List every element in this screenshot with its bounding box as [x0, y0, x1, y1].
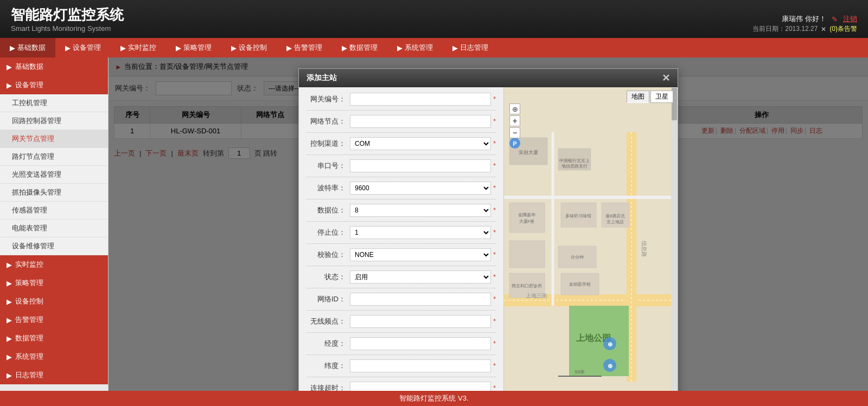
map-tab-satellite[interactable]: 卫星 — [650, 91, 673, 103]
label-data-bits: 数据位： — [307, 205, 350, 215]
svg-rect-14 — [509, 203, 545, 233]
nav-item-strategy[interactable]: ▶ 策略管理 — [166, 38, 221, 57]
current-date: 当前日期：2013.12.27 — [752, 24, 818, 34]
select-data-bits[interactable]: 8 7 6 — [350, 204, 491, 217]
select-status[interactable]: 启用 停用 — [350, 270, 491, 283]
sidebar-section-ctrl[interactable]: ▶ 设备控制 — [0, 292, 108, 311]
nav-label: 基础数据 — [17, 43, 46, 53]
nav-tri-icon: ▶ — [397, 44, 403, 52]
sidebar-item-sensor[interactable]: 传感器管理 — [0, 202, 108, 220]
svg-text:大厦F座: 大厦F座 — [519, 219, 535, 224]
nav-item-device-ctrl[interactable]: ▶ 设备控制 — [221, 38, 277, 57]
svg-text:地信息路支行: 地信息路支行 — [561, 164, 588, 169]
input-latitude[interactable] — [350, 359, 491, 372]
label-latitude: 纬度： — [307, 361, 350, 371]
nav-tri-icon: ▶ — [120, 44, 126, 52]
form-divider — [307, 110, 496, 111]
input-gateway-no[interactable] — [350, 93, 491, 106]
sidebar-item-camera[interactable]: 抓拍摄像头管理 — [0, 184, 108, 202]
sidebar-item-maintenance[interactable]: 设备维修管理 — [0, 237, 108, 255]
sidebar-section-realtime[interactable]: ▶ 实时监控 — [0, 255, 108, 274]
layout: ▶ 基础数据 ▶ 设备管理 工控机管理 回路控制器管理 网关节点管理 路灯节点管… — [0, 57, 868, 391]
input-longitude[interactable] — [350, 337, 491, 350]
date-area: 当前日期：2013.12.27 ✕ (0)条告警 — [752, 24, 857, 34]
main-content: ► 当前位置：首页/设备管理/网关节点管理 网关编号： 状态： ---请选择--… — [108, 57, 868, 391]
nav-label: 日志管理 — [460, 43, 488, 53]
nav-label: 告警管理 — [294, 43, 322, 53]
svg-text:中国银行北京上: 中国银行北京上 — [559, 158, 590, 163]
form-row-network-node: 网络节点： * — [307, 115, 496, 128]
nav-item-device-mgmt[interactable]: ▶ 设备管理 — [55, 38, 111, 57]
tri-icon: ▶ — [7, 371, 12, 379]
nav-tri-icon: ▶ — [10, 44, 15, 52]
form-divider-3 — [307, 154, 496, 155]
nav-item-log[interactable]: ▶ 日志管理 — [443, 38, 498, 57]
tri-icon: ▶ — [7, 353, 12, 361]
section-label: 系统管理 — [15, 352, 43, 362]
footer: 智能路灯监控系统 V3. — [0, 391, 868, 406]
sidebar-item-loop[interactable]: 回路控制器管理 — [0, 112, 108, 130]
input-conn-timeout[interactable] — [350, 382, 491, 391]
sidebar-section-data[interactable]: ▶ 数据管理 — [0, 329, 108, 347]
input-network-id[interactable] — [350, 293, 491, 306]
sidebar-section-basic[interactable]: ▶ 基础数据 — [0, 57, 108, 76]
nav-tri-icon: ▶ — [176, 44, 181, 52]
nav-tri-icon: ▶ — [452, 44, 458, 52]
logo-area: 智能路灯监控系统 Smart Lights Monitoring System — [11, 5, 782, 33]
form-divider-5 — [307, 199, 496, 199]
svg-text:⊕: ⊕ — [608, 363, 612, 369]
logo-title-cn: 智能路灯监控系统 — [11, 5, 782, 24]
label-channel: 控制渠道： — [307, 139, 350, 149]
label-network-id: 网络ID： — [307, 294, 350, 304]
sidebar-section-alert[interactable]: ▶ 告警管理 — [0, 311, 108, 329]
nav-item-system[interactable]: ▶ 系统管理 — [387, 38, 443, 57]
map-scrollbar-vertical[interactable] — [671, 87, 678, 391]
form-divider-6 — [307, 221, 496, 222]
sidebar-item-light-sensor[interactable]: 光照变送器管理 — [0, 166, 108, 184]
nav-item-basic-data[interactable]: ▶ 基础数据 — [0, 38, 55, 57]
logout-button[interactable]: 注销 — [843, 14, 857, 24]
section-label: 实时监控 — [15, 260, 43, 269]
input-port[interactable] — [350, 159, 491, 172]
svg-text:信息路: 信息路 — [641, 241, 647, 257]
form-row-latitude: 纬度： * — [307, 359, 496, 372]
nav-item-data[interactable]: ▶ 数据管理 — [332, 38, 387, 57]
modal-close-button[interactable]: ✕ — [662, 73, 670, 83]
form-divider-9 — [307, 288, 496, 288]
nav-label: 实时监控 — [128, 43, 156, 53]
input-network-node[interactable] — [350, 115, 491, 128]
map-zoom-in[interactable]: + — [509, 115, 520, 126]
sidebar-section-strategy[interactable]: ▶ 策略管理 — [0, 274, 108, 292]
form-row-parity: 校验位： NONE ODD EVEN * — [307, 248, 496, 261]
sidebar-item-plc[interactable]: 工控机管理 — [0, 94, 108, 112]
nav-item-alert[interactable]: ▶ 告警管理 — [277, 38, 332, 57]
label-gateway-no: 网关编号： — [307, 94, 350, 104]
nav-label: 系统管理 — [405, 43, 433, 53]
form-row-channel: 控制渠道： COM TCP UDP * — [307, 137, 496, 150]
sidebar-item-gateway[interactable]: 网关节点管理 — [0, 130, 108, 148]
sidebar-section-device[interactable]: ▶ 设备管理 — [0, 76, 108, 94]
label-status: 状态： — [307, 272, 350, 282]
sidebar-item-meter[interactable]: 电能表管理 — [0, 220, 108, 237]
map-tab-map[interactable]: 地图 — [627, 91, 649, 103]
nav-tri-icon: ▶ — [342, 44, 347, 52]
select-stop-bits[interactable]: 1 2 — [350, 226, 491, 239]
username-label: 康瑞伟 你好！ — [782, 14, 826, 24]
svg-text:50米: 50米 — [575, 369, 585, 375]
svg-text:P: P — [513, 140, 516, 147]
input-wireless-freq[interactable] — [350, 315, 491, 328]
nav-tri-icon: ▶ — [286, 44, 292, 52]
sidebar-section-log[interactable]: ▶ 日志管理 — [0, 366, 108, 384]
sidebar-section-system[interactable]: ▶ 系统管理 — [0, 347, 108, 366]
select-channel[interactable]: COM TCP UDP — [350, 137, 491, 150]
form-row-status: 状态： 启用 停用 * — [307, 270, 496, 283]
sidebar-item-street[interactable]: 路灯节点管理 — [0, 148, 108, 166]
edit-icon: ✎ — [832, 15, 838, 23]
nav-item-realtime[interactable]: ▶ 实时监控 — [111, 38, 166, 57]
form-divider-7 — [307, 243, 496, 244]
select-baud[interactable]: 9600 4800 19200 38400 57600 115200 — [350, 182, 491, 195]
nav-label: 设备控制 — [239, 43, 267, 53]
map-zoom-out[interactable]: − — [509, 127, 520, 138]
select-parity[interactable]: NONE ODD EVEN — [350, 248, 491, 261]
form-divider-12 — [307, 355, 496, 355]
